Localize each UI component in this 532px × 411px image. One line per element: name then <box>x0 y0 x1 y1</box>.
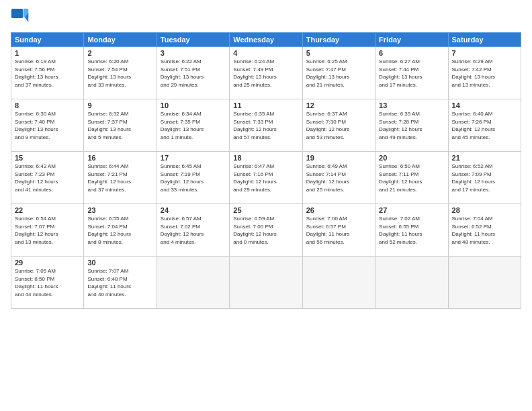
day-info: Sunrise: 7:07 AM Sunset: 6:48 PM Dayligh… <box>87 267 152 298</box>
day-info: Sunrise: 6:45 AM Sunset: 7:19 PM Dayligh… <box>161 163 226 193</box>
calendar-cell: 7Sunrise: 6:29 AM Sunset: 7:42 PM Daylig… <box>448 47 521 99</box>
day-info: Sunrise: 6:40 AM Sunset: 7:26 PM Dayligh… <box>452 110 517 141</box>
calendar-cell: 1Sunrise: 6:19 AM Sunset: 7:56 PM Daylig… <box>11 47 84 99</box>
day-info: Sunrise: 6:19 AM Sunset: 7:56 PM Dayligh… <box>15 58 80 89</box>
day-info: Sunrise: 6:30 AM Sunset: 7:40 PM Dayligh… <box>15 110 80 141</box>
day-info: Sunrise: 6:32 AM Sunset: 7:37 PM Dayligh… <box>87 110 152 141</box>
day-info: Sunrise: 6:44 AM Sunset: 7:21 PM Dayligh… <box>87 163 152 193</box>
day-info: Sunrise: 6:20 AM Sunset: 7:54 PM Dayligh… <box>87 58 152 89</box>
day-info: Sunrise: 6:25 AM Sunset: 7:47 PM Dayligh… <box>306 58 371 89</box>
day-info: Sunrise: 6:29 AM Sunset: 7:42 PM Dayligh… <box>452 58 517 89</box>
calendar-week-1: 1Sunrise: 6:19 AM Sunset: 7:56 PM Daylig… <box>11 47 521 99</box>
day-number: 15 <box>15 154 80 162</box>
day-info: Sunrise: 6:52 AM Sunset: 7:09 PM Dayligh… <box>452 163 517 193</box>
day-number: 6 <box>379 49 444 57</box>
calendar-cell <box>157 257 229 309</box>
day-info: Sunrise: 6:35 AM Sunset: 7:33 PM Dayligh… <box>233 110 298 141</box>
calendar-cell: 24Sunrise: 6:57 AM Sunset: 7:02 PM Dayli… <box>157 204 229 257</box>
calendar-cell: 4Sunrise: 6:24 AM Sunset: 7:49 PM Daylig… <box>230 47 302 99</box>
calendar-cell: 26Sunrise: 7:00 AM Sunset: 6:57 PM Dayli… <box>302 204 375 257</box>
day-number: 26 <box>306 206 371 214</box>
day-number: 4 <box>233 49 298 57</box>
calendar-cell: 9Sunrise: 6:32 AM Sunset: 7:37 PM Daylig… <box>84 99 157 152</box>
calendar-cell: 3Sunrise: 6:22 AM Sunset: 7:51 PM Daylig… <box>157 47 229 99</box>
calendar-cell: 25Sunrise: 6:59 AM Sunset: 7:00 PM Dayli… <box>230 204 302 257</box>
day-info: Sunrise: 6:59 AM Sunset: 7:00 PM Dayligh… <box>233 215 298 246</box>
page: SundayMondayTuesdayWednesdayThursdayFrid… <box>0 0 532 411</box>
calendar-header-monday: Monday <box>84 33 157 47</box>
calendar-cell: 30Sunrise: 7:07 AM Sunset: 6:48 PM Dayli… <box>84 257 157 309</box>
day-info: Sunrise: 6:54 AM Sunset: 7:07 PM Dayligh… <box>15 215 80 246</box>
day-info: Sunrise: 7:02 AM Sunset: 6:55 PM Dayligh… <box>379 215 444 246</box>
day-number: 14 <box>452 101 517 109</box>
day-info: Sunrise: 6:55 AM Sunset: 7:04 PM Dayligh… <box>87 215 152 246</box>
day-number: 18 <box>233 154 298 162</box>
day-number: 21 <box>452 154 517 162</box>
day-number: 3 <box>161 49 226 57</box>
day-info: Sunrise: 7:00 AM Sunset: 6:57 PM Dayligh… <box>306 215 371 246</box>
day-number: 5 <box>306 49 371 57</box>
calendar-header-saturday: Saturday <box>448 33 521 47</box>
calendar-week-5: 29Sunrise: 7:05 AM Sunset: 6:50 PM Dayli… <box>11 257 521 309</box>
calendar-cell: 8Sunrise: 6:30 AM Sunset: 7:40 PM Daylig… <box>11 99 84 152</box>
calendar-cell: 2Sunrise: 6:20 AM Sunset: 7:54 PM Daylig… <box>84 47 157 99</box>
calendar-cell: 28Sunrise: 7:04 AM Sunset: 6:52 PM Dayli… <box>448 204 521 257</box>
day-info: Sunrise: 6:57 AM Sunset: 7:02 PM Dayligh… <box>161 215 226 246</box>
calendar-cell <box>302 257 375 309</box>
day-number: 16 <box>87 154 152 162</box>
calendar-cell: 19Sunrise: 6:49 AM Sunset: 7:14 PM Dayli… <box>302 152 375 204</box>
calendar-cell: 18Sunrise: 6:47 AM Sunset: 7:16 PM Dayli… <box>230 152 302 204</box>
calendar-week-2: 8Sunrise: 6:30 AM Sunset: 7:40 PM Daylig… <box>11 99 521 152</box>
calendar-cell <box>375 257 448 309</box>
day-number: 10 <box>161 101 226 109</box>
day-info: Sunrise: 6:24 AM Sunset: 7:49 PM Dayligh… <box>233 58 298 89</box>
calendar-header-row: SundayMondayTuesdayWednesdayThursdayFrid… <box>11 33 521 47</box>
calendar-cell: 10Sunrise: 6:34 AM Sunset: 7:35 PM Dayli… <box>157 99 229 152</box>
day-number: 8 <box>15 101 80 109</box>
calendar-cell: 20Sunrise: 6:50 AM Sunset: 7:11 PM Dayli… <box>375 152 448 204</box>
calendar-cell: 6Sunrise: 6:27 AM Sunset: 7:44 PM Daylig… <box>375 47 448 99</box>
calendar-week-3: 15Sunrise: 6:42 AM Sunset: 7:23 PM Dayli… <box>11 152 521 204</box>
calendar-cell: 17Sunrise: 6:45 AM Sunset: 7:19 PM Dayli… <box>157 152 229 204</box>
day-number: 1 <box>15 49 80 57</box>
day-number: 30 <box>87 259 152 267</box>
day-number: 12 <box>306 101 371 109</box>
day-number: 19 <box>306 154 371 162</box>
day-number: 17 <box>161 154 226 162</box>
day-info: Sunrise: 6:42 AM Sunset: 7:23 PM Dayligh… <box>15 163 80 193</box>
calendar-header-wednesday: Wednesday <box>230 33 302 47</box>
calendar-cell: 11Sunrise: 6:35 AM Sunset: 7:33 PM Dayli… <box>230 99 302 152</box>
day-number: 24 <box>161 206 226 214</box>
calendar-cell: 29Sunrise: 7:05 AM Sunset: 6:50 PM Dayli… <box>11 257 84 309</box>
day-number: 9 <box>87 101 152 109</box>
logo-icon <box>11 8 30 27</box>
calendar-header-friday: Friday <box>375 33 448 47</box>
calendar-header-thursday: Thursday <box>302 33 375 47</box>
day-number: 13 <box>379 101 444 109</box>
svg-rect-0 <box>11 9 24 18</box>
day-info: Sunrise: 7:04 AM Sunset: 6:52 PM Dayligh… <box>452 215 517 246</box>
day-number: 29 <box>15 259 80 267</box>
day-number: 23 <box>87 206 152 214</box>
day-info: Sunrise: 6:37 AM Sunset: 7:30 PM Dayligh… <box>306 110 371 141</box>
calendar-cell: 13Sunrise: 6:39 AM Sunset: 7:28 PM Dayli… <box>375 99 448 152</box>
day-info: Sunrise: 6:50 AM Sunset: 7:11 PM Dayligh… <box>379 163 444 193</box>
day-info: Sunrise: 6:47 AM Sunset: 7:16 PM Dayligh… <box>233 163 298 193</box>
day-number: 20 <box>379 154 444 162</box>
calendar-cell: 15Sunrise: 6:42 AM Sunset: 7:23 PM Dayli… <box>11 152 84 204</box>
logo <box>11 8 32 27</box>
day-info: Sunrise: 6:39 AM Sunset: 7:28 PM Dayligh… <box>379 110 444 141</box>
day-number: 25 <box>233 206 298 214</box>
calendar-cell: 22Sunrise: 6:54 AM Sunset: 7:07 PM Dayli… <box>11 204 84 257</box>
day-info: Sunrise: 6:22 AM Sunset: 7:51 PM Dayligh… <box>161 58 226 89</box>
calendar-table: SundayMondayTuesdayWednesdayThursdayFrid… <box>11 32 521 309</box>
calendar-cell: 12Sunrise: 6:37 AM Sunset: 7:30 PM Dayli… <box>302 99 375 152</box>
calendar-header-tuesday: Tuesday <box>157 33 229 47</box>
calendar-week-4: 22Sunrise: 6:54 AM Sunset: 7:07 PM Dayli… <box>11 204 521 257</box>
day-info: Sunrise: 7:05 AM Sunset: 6:50 PM Dayligh… <box>15 267 80 298</box>
day-number: 22 <box>15 206 80 214</box>
calendar-cell: 21Sunrise: 6:52 AM Sunset: 7:09 PM Dayli… <box>448 152 521 204</box>
day-number: 7 <box>452 49 517 57</box>
calendar-cell <box>448 257 521 309</box>
calendar-cell: 14Sunrise: 6:40 AM Sunset: 7:26 PM Dayli… <box>448 99 521 152</box>
